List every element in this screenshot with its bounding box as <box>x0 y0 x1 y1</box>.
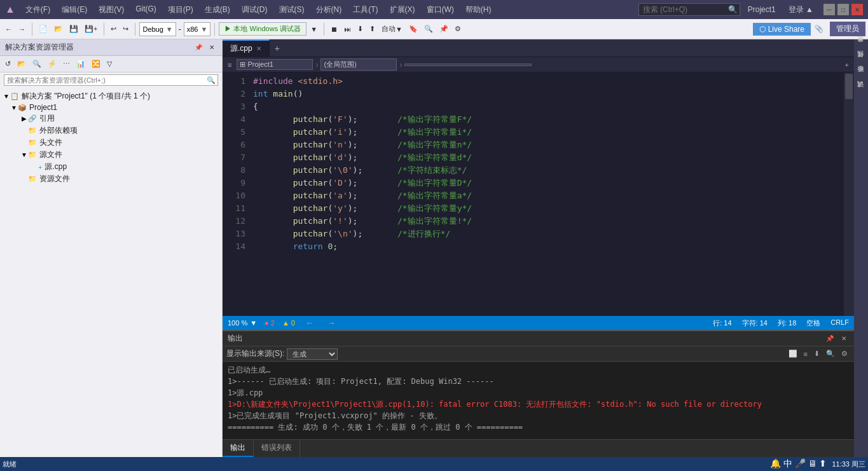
editor-breadcrumb-toolbar: ≡ ⊞ Project1 › (全局范围) › + <box>223 57 854 72</box>
output-find-button[interactable]: 🔍 <box>823 348 837 360</box>
menu-project[interactable]: 项目(P) <box>163 3 198 17</box>
toolbar-extra-3[interactable]: ⚙ <box>452 23 464 35</box>
tree-headers[interactable]: 📁 头文件 <box>0 137 222 149</box>
close-button[interactable]: ✕ <box>851 4 863 15</box>
live-share-button[interactable]: ⬡ Live Share <box>753 23 811 36</box>
tree-resources[interactable]: 📁 资源文件 <box>0 173 222 185</box>
sol-toolbar-btn-6[interactable]: 📊 <box>74 58 88 70</box>
auto-dropdown[interactable]: 自动 ▼ <box>379 22 405 36</box>
solution-search-input[interactable] <box>4 74 218 86</box>
tree-references[interactable]: ▶ 🔗 引用 <box>0 113 222 125</box>
forward-nav-button[interactable]: → <box>16 24 28 35</box>
tab-add-button[interactable]: + <box>272 43 282 53</box>
solution-explorer-search: 🔍 <box>0 72 222 88</box>
output-clear-button[interactable]: ⬜ <box>786 348 800 360</box>
output-source-dropdown[interactable]: 生成 <box>287 348 338 360</box>
sol-toolbar-btn-1[interactable]: ↺ <box>3 58 13 70</box>
sol-toolbar-btn-7[interactable]: 🔀 <box>89 58 103 70</box>
tab-output[interactable]: 输出 <box>223 440 254 457</box>
breadcrumb-add-button[interactable]: + <box>843 59 851 71</box>
output-line-3: 1>源.cpp <box>228 387 849 399</box>
side-tab-effects[interactable]: 效果 <box>853 39 868 55</box>
breadcrumb-project[interactable]: ⊞ Project1 <box>237 59 313 70</box>
back-nav-button[interactable]: ← <box>3 24 15 35</box>
manage-button[interactable]: 管理员 <box>830 22 865 36</box>
configuration-dropdown[interactable]: Debug ▼ <box>139 22 176 36</box>
menu-file[interactable]: 文件(F) <box>20 3 55 17</box>
breadcrumb-member[interactable] <box>404 64 532 66</box>
tab-close-icon[interactable]: ✕ <box>256 45 261 52</box>
menu-build[interactable]: 生成(B) <box>200 3 235 17</box>
bookmark-button[interactable]: 🔖 <box>406 23 420 35</box>
time-display: 11:33 周三 <box>832 460 865 469</box>
open-file-button[interactable]: 📂 <box>52 23 65 35</box>
menu-git[interactable]: Git(G) <box>130 3 162 17</box>
menu-tools[interactable]: 工具(T) <box>348 3 383 17</box>
undo-button[interactable]: ↩ <box>108 23 119 35</box>
side-tab-properties[interactable]: 属性 <box>853 55 868 70</box>
tree-source-cpp[interactable]: + 源.cpp <box>0 161 222 173</box>
sol-toolbar-btn-3[interactable]: 🔍 <box>30 58 44 70</box>
menu-window[interactable]: 窗口(W) <box>422 3 459 17</box>
login-button[interactable]: 登录 ▲ <box>789 4 813 15</box>
menu-test[interactable]: 测试(S) <box>274 3 310 17</box>
code-line-10: putchar('a'); /*输出字符常量a*/ <box>253 189 839 202</box>
tree-solution-root[interactable]: ▼ 📋 解决方案 "Project1" (1 个项目/共 1 个) <box>0 90 222 102</box>
global-search-input[interactable] <box>638 3 740 16</box>
tree-external-deps[interactable]: 📁 外部依赖项 <box>0 125 222 137</box>
sol-toolbar-btn-filter[interactable]: ▽ <box>104 58 114 70</box>
run-button[interactable]: ▶ 本地 Windows 调试器 <box>219 22 307 36</box>
error-count[interactable]: ● 2 <box>265 319 275 327</box>
editor-scrollbar[interactable] <box>844 72 854 316</box>
breakpoint-button[interactable]: ⏹ <box>328 24 340 35</box>
menu-edit[interactable]: 编辑(E) <box>57 3 92 17</box>
tree-project[interactable]: ▼ 📦 Project1 <box>0 102 222 113</box>
minimize-button[interactable]: ─ <box>823 4 835 15</box>
breadcrumb-scope[interactable]: (全局范围) <box>320 58 397 71</box>
side-tab-debug[interactable]: 调试 <box>853 85 868 100</box>
side-tab-diagnostics[interactable]: 诊断 <box>853 70 868 85</box>
sol-toolbar-btn-4[interactable]: ⚡ <box>45 58 59 70</box>
output-scroll-button[interactable]: ⬇ <box>811 348 822 360</box>
toolbar-extra-2[interactable]: 📌 <box>437 23 451 35</box>
status-line: 行: 14 <box>713 318 731 328</box>
sol-toolbar-btn-5[interactable]: ⋯ <box>60 58 72 70</box>
platform-dropdown[interactable]: x86 ▼ <box>184 22 211 36</box>
output-content-area: 已启动生成… 1>------ 已启动生成: 项目: Project1, 配置:… <box>223 362 854 439</box>
menu-view[interactable]: 视图(V) <box>93 3 129 17</box>
menu-analyze[interactable]: 分析(N) <box>311 3 347 17</box>
save-button[interactable]: 💾 <box>67 23 81 35</box>
output-close-button[interactable]: ✕ <box>839 333 849 344</box>
tab-source-cpp[interactable]: 源.cpp ✕ <box>223 39 270 57</box>
live-share-extra[interactable]: 📎 <box>812 23 826 35</box>
menu-extend[interactable]: 扩展(X) <box>385 3 420 17</box>
tree-sources[interactable]: ▼ 📁 源文件 <box>0 149 222 161</box>
status-nav-back[interactable]: ← <box>303 318 317 328</box>
redo-button[interactable]: ↪ <box>120 23 131 35</box>
sidebar-close-button[interactable]: ✕ <box>207 42 217 53</box>
resources-label: 资源文件 <box>39 174 70 184</box>
output-settings-button[interactable]: ⚙ <box>839 348 850 360</box>
run-dropdown-button[interactable]: ▼ <box>308 24 320 35</box>
sol-toolbar-btn-2[interactable]: 📂 <box>15 58 29 70</box>
pin-button[interactable]: 📌 <box>192 42 205 53</box>
output-pin-button[interactable]: 📌 <box>823 333 836 344</box>
status-char: 字符: 14 <box>742 318 768 328</box>
status-nav-forward[interactable]: → <box>324 318 338 328</box>
breadcrumb-expand-button[interactable]: ≡ <box>225 59 234 71</box>
code-editor[interactable]: #include <stdio.h> int main() { putchar(… <box>248 72 844 316</box>
scrollbar-thumb[interactable] <box>845 74 853 99</box>
new-file-button[interactable]: 📄 <box>36 23 50 35</box>
maximize-button[interactable]: □ <box>837 4 849 15</box>
save-all-button[interactable]: 💾+ <box>82 23 100 35</box>
step-over-button[interactable]: ⏭ <box>341 24 354 35</box>
step-into-button[interactable]: ⬇ <box>355 23 366 35</box>
toolbar-extra-1[interactable]: 🔍 <box>422 23 436 35</box>
step-out-button[interactable]: ⬆ <box>367 23 378 35</box>
zoom-control[interactable]: 100 % ▼ <box>228 319 257 327</box>
warning-count[interactable]: ▲ 0 <box>282 319 295 327</box>
menu-debug[interactable]: 调试(D) <box>237 3 273 17</box>
tab-error-list[interactable]: 错误列表 <box>254 440 300 457</box>
output-wrap-button[interactable]: ≡ <box>801 348 810 360</box>
menu-help[interactable]: 帮助(H) <box>460 3 497 17</box>
